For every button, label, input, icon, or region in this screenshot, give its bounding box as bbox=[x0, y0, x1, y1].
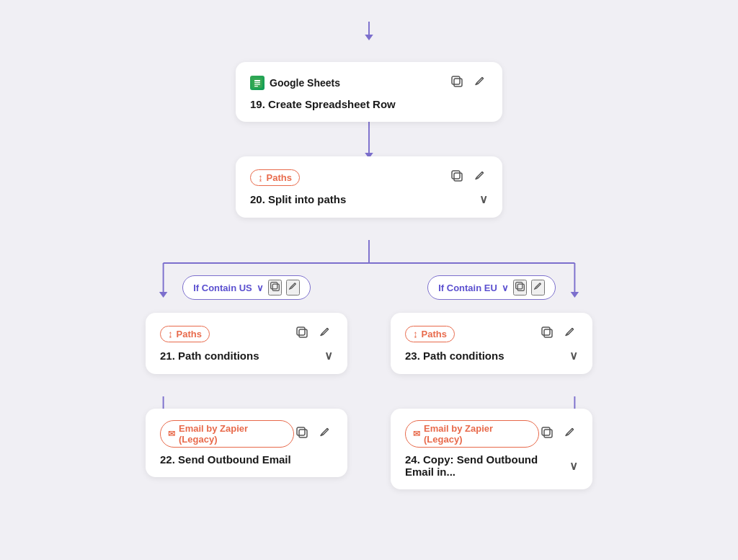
paths-right-icon: ↨ bbox=[413, 329, 418, 339]
paths-right-actions bbox=[539, 324, 578, 343]
branch-eu-text: If Contain EU bbox=[438, 283, 497, 293]
canvas: Google Sheets bbox=[14, 14, 724, 560]
email-right-step-number: 24. bbox=[405, 453, 420, 466]
paths-main-copy-button[interactable] bbox=[449, 168, 465, 187]
paths-left-icon: ↨ bbox=[168, 329, 173, 339]
email-right-copy-button[interactable] bbox=[539, 425, 555, 443]
paths-right-step-number: 23. bbox=[405, 350, 420, 362]
svg-rect-31 bbox=[544, 329, 552, 337]
branch-eu-edit-button[interactable] bbox=[531, 280, 545, 295]
svg-rect-30 bbox=[515, 283, 522, 289]
google-sheets-step-number: 19. bbox=[250, 98, 265, 110]
svg-rect-24 bbox=[270, 283, 277, 289]
paths-left-copy-button[interactable] bbox=[294, 324, 310, 343]
email-right-step-title: 24. Copy: Send Outbound Email in... ∨ bbox=[405, 453, 578, 478]
paths-main-badge: ↨ Paths bbox=[250, 169, 300, 186]
paths-right-step-title: 23. Path conditions ∨ bbox=[405, 349, 578, 363]
email-right-badge-label: Email by Zapier (Legacy) bbox=[424, 423, 531, 445]
branch-eu-chevron: ∨ bbox=[502, 283, 509, 293]
paths-right-chevron[interactable]: ∨ bbox=[569, 349, 578, 363]
paths-left-badge: ↨ Paths bbox=[160, 326, 210, 342]
branch-us-edit-button[interactable] bbox=[286, 280, 300, 295]
paths-main-chevron[interactable]: ∨ bbox=[479, 192, 488, 206]
google-sheets-step-title: 19. Create Spreadsheet Row bbox=[250, 98, 488, 110]
paths-left-card: ↨ Paths bbox=[146, 313, 347, 374]
email-right-badge: ✉ Email by Zapier (Legacy) bbox=[405, 420, 539, 448]
email-right-step-label: Copy: Send Outbound Email in... bbox=[405, 453, 538, 478]
paths-right-copy-button[interactable] bbox=[539, 324, 555, 343]
branch-right: If Contain EU ∨ bbox=[391, 275, 592, 489]
google-sheets-card: Google Sheets bbox=[236, 62, 502, 122]
branch-us-text: If Contain US bbox=[193, 283, 252, 293]
svg-rect-27 bbox=[299, 430, 307, 437]
email-left-step-label: Send Outbound Email bbox=[178, 453, 291, 466]
svg-rect-33 bbox=[544, 430, 552, 437]
email-left-step-number: 22. bbox=[160, 453, 175, 466]
paths-left-step-title: 21. Path conditions ∨ bbox=[160, 349, 333, 363]
google-sheets-actions bbox=[449, 74, 488, 92]
google-sheets-badge-label: Google Sheets bbox=[270, 77, 340, 89]
paths-right-edit-button[interactable] bbox=[562, 324, 578, 343]
email-left-edit-button[interactable] bbox=[317, 425, 333, 443]
svg-rect-21 bbox=[454, 173, 462, 181]
svg-rect-17 bbox=[254, 84, 260, 85]
email-left-actions bbox=[294, 425, 333, 443]
paths-left-actions bbox=[294, 324, 333, 343]
paths-main-actions bbox=[449, 168, 488, 187]
paths-main-step-title: 20. Split into paths ∨ bbox=[250, 192, 488, 206]
google-sheets-section: Google Sheets bbox=[236, 48, 502, 122]
svg-rect-18 bbox=[254, 86, 258, 86]
paths-main-step-label: Split into paths bbox=[268, 193, 346, 205]
google-sheets-icon bbox=[250, 76, 264, 90]
email-right-actions bbox=[539, 425, 578, 443]
email-left-badge: ✉ Email by Zapier (Legacy) bbox=[160, 420, 294, 448]
email-right-card: ✉ Email by Zapier (Legacy) bbox=[391, 409, 592, 489]
paths-right-step-label: Path conditions bbox=[423, 350, 504, 362]
google-sheets-copy-button[interactable] bbox=[449, 74, 465, 92]
branch-left: If Contain US ∨ bbox=[146, 275, 347, 477]
email-left-copy-button[interactable] bbox=[294, 425, 310, 443]
paths-main-step-number: 20. bbox=[250, 193, 265, 205]
paths-left-step-number: 21. bbox=[160, 350, 175, 362]
paths-right-badge-label: Paths bbox=[422, 329, 447, 339]
svg-rect-32 bbox=[542, 327, 550, 335]
email-left-badge-label: Email by Zapier (Legacy) bbox=[179, 423, 286, 445]
email-right-chevron[interactable]: ∨ bbox=[569, 459, 578, 473]
email-left-icon: ✉ bbox=[168, 429, 175, 439]
email-left-card: ✉ Email by Zapier (Legacy) bbox=[146, 409, 347, 477]
google-sheets-edit-button[interactable] bbox=[472, 74, 488, 92]
paths-left-edit-button[interactable] bbox=[317, 324, 333, 343]
branch-us-label[interactable]: If Contain US ∨ bbox=[182, 275, 311, 300]
paths-main-icon: ↨ bbox=[258, 172, 263, 183]
branch-us-chevron: ∨ bbox=[257, 283, 264, 293]
paths-left-step-label: Path conditions bbox=[178, 350, 259, 362]
svg-rect-26 bbox=[297, 327, 305, 335]
svg-rect-34 bbox=[542, 427, 550, 435]
branch-us-copy-button[interactable] bbox=[268, 280, 282, 295]
paths-left-chevron[interactable]: ∨ bbox=[324, 349, 333, 363]
paths-right-card: ↨ Paths bbox=[391, 313, 592, 374]
email-right-edit-button[interactable] bbox=[562, 425, 578, 443]
email-left-step-title: 22. Send Outbound Email bbox=[160, 453, 333, 466]
svg-rect-25 bbox=[299, 329, 307, 337]
svg-rect-22 bbox=[452, 171, 460, 179]
svg-rect-28 bbox=[297, 427, 305, 435]
paths-main-card: ↨ Paths bbox=[236, 156, 502, 218]
svg-rect-29 bbox=[517, 284, 524, 290]
svg-rect-15 bbox=[254, 80, 260, 81]
svg-rect-20 bbox=[452, 76, 460, 84]
paths-main-badge-label: Paths bbox=[267, 172, 292, 183]
branch-eu-label[interactable]: If Contain EU ∨ bbox=[427, 275, 556, 300]
svg-rect-16 bbox=[254, 82, 260, 83]
email-right-icon: ✉ bbox=[413, 429, 420, 439]
branch-eu-copy-button[interactable] bbox=[513, 280, 527, 295]
paths-left-badge-label: Paths bbox=[177, 329, 202, 339]
svg-rect-19 bbox=[454, 79, 462, 86]
paths-main-edit-button[interactable] bbox=[472, 168, 488, 187]
svg-rect-23 bbox=[272, 284, 279, 290]
paths-right-badge: ↨ Paths bbox=[405, 326, 455, 342]
branches-container: If Contain US ∨ bbox=[146, 275, 592, 489]
google-sheets-step-label: Create Spreadsheet Row bbox=[268, 98, 396, 110]
paths-main-section: ↨ Paths bbox=[236, 156, 502, 218]
svg-marker-1 bbox=[365, 35, 373, 40]
